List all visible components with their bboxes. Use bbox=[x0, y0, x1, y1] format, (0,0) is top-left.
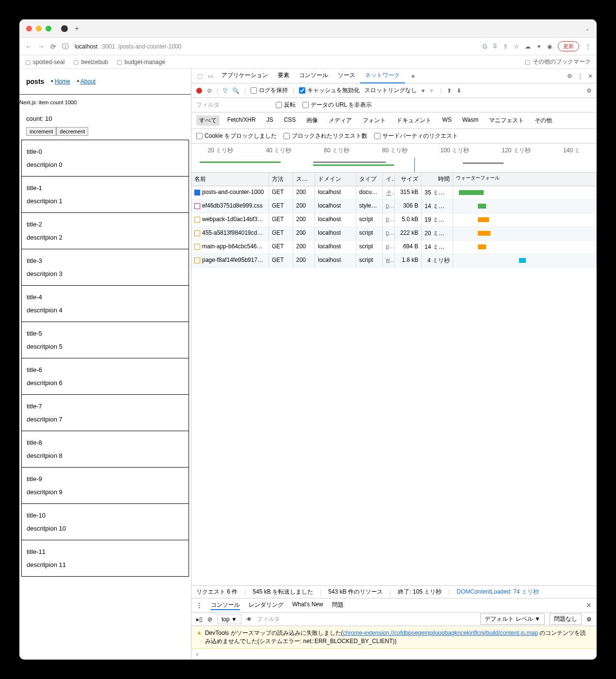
type-filter[interactable]: CSS bbox=[281, 115, 299, 126]
update-button[interactable]: 更新 bbox=[558, 41, 579, 51]
console-filter[interactable]: フィルタ bbox=[257, 615, 476, 623]
type-filter[interactable]: JS bbox=[264, 115, 276, 126]
table-row[interactable]: 455-a5813f984019cd05.js GET 200 localhos… bbox=[191, 227, 597, 241]
th-status[interactable]: ステ… bbox=[293, 173, 315, 186]
cloud-icon[interactable]: ☁ bbox=[525, 43, 531, 50]
cell-initiator[interactable]: そ… bbox=[383, 186, 395, 199]
type-filter[interactable]: 画像 bbox=[303, 115, 321, 126]
site-info-icon[interactable]: ⓘ bbox=[62, 42, 69, 51]
type-filter[interactable]: マニフェスト bbox=[486, 115, 527, 126]
timeline-overview[interactable]: 20 ミリ秒40 ミリ秒60 ミリ秒80 ミリ秒100 ミリ秒120 ミリ秒14… bbox=[191, 144, 597, 173]
devtools-tab[interactable]: 要素 bbox=[273, 69, 294, 83]
translate-icon[interactable]: ⠿ bbox=[493, 43, 497, 50]
table-row[interactable]: main-app-b64cbc54687… GET 200 localhost … bbox=[191, 241, 597, 254]
more-tabs[interactable]: » bbox=[407, 70, 420, 82]
forward-icon[interactable]: → bbox=[38, 43, 45, 50]
close-drawer-icon[interactable]: ✕ bbox=[586, 601, 592, 609]
invert-checkbox[interactable]: 反転 bbox=[276, 101, 296, 109]
address-input[interactable]: localhost:3001/posts-and-counter-1000 bbox=[75, 43, 477, 50]
type-filter[interactable]: Fetch/XHR bbox=[224, 115, 259, 126]
block-cookie-checkbox[interactable]: Cookie をブロックしました bbox=[196, 132, 277, 140]
back-icon[interactable]: ← bbox=[25, 43, 32, 50]
increment-button[interactable]: increment bbox=[26, 127, 56, 136]
devtools-tab[interactable]: ネットワーク bbox=[360, 69, 405, 83]
cell-initiator[interactable]: p… bbox=[383, 241, 395, 254]
menu-icon[interactable]: ⋮ bbox=[585, 43, 591, 50]
profile-icon[interactable]: ◉ bbox=[547, 43, 552, 50]
new-tab-button[interactable]: + bbox=[75, 24, 79, 33]
other-bookmarks[interactable]: ▢ その他のブックマーク bbox=[525, 58, 591, 66]
th-method[interactable]: 方法 bbox=[269, 173, 293, 186]
preserve-log-checkbox[interactable]: ログを保持 bbox=[251, 86, 288, 95]
clear-console-icon[interactable]: ⊘ bbox=[207, 616, 212, 623]
eye-icon[interactable]: 👁 bbox=[246, 616, 252, 623]
drawer-menu-icon[interactable]: ⋮ bbox=[196, 602, 202, 609]
thirdparty-checkbox[interactable]: サードパーティのリクエスト bbox=[374, 132, 458, 140]
table-row[interactable]: webpack-1d0ac14bf325… GET 200 localhost … bbox=[191, 213, 597, 227]
hide-dataurl-checkbox[interactable]: データの URL を非表示 bbox=[302, 101, 372, 109]
filter-icon[interactable]: ▽ bbox=[223, 87, 227, 94]
type-filter[interactable]: フォント bbox=[360, 115, 389, 126]
context-select[interactable]: top ▼ bbox=[217, 614, 241, 624]
decrement-button[interactable]: decrement bbox=[56, 127, 88, 136]
close-window[interactable] bbox=[26, 26, 32, 32]
cell-initiator[interactable]: p… bbox=[383, 213, 395, 226]
network-settings-icon[interactable]: ⚙ bbox=[586, 87, 592, 94]
issues-button[interactable]: 問題なし bbox=[550, 614, 582, 625]
type-filter[interactable]: その他 bbox=[532, 115, 555, 126]
console-prompt[interactable]: › bbox=[191, 649, 597, 660]
maximize-window[interactable] bbox=[46, 26, 51, 32]
search-icon[interactable]: 🔍 bbox=[232, 87, 239, 94]
th-domain[interactable]: ドメイン bbox=[315, 173, 356, 186]
type-filter[interactable]: Wasm bbox=[459, 115, 482, 126]
download-icon[interactable]: ⬇ bbox=[457, 87, 461, 94]
drawer-tab[interactable]: レンダリング bbox=[249, 601, 284, 610]
minimize-window[interactable] bbox=[36, 26, 42, 32]
type-filter[interactable]: WS bbox=[439, 115, 454, 126]
close-devtools-icon[interactable]: ✕ bbox=[588, 73, 593, 80]
drawer-tab[interactable]: コンソール bbox=[211, 601, 240, 610]
home-anchor[interactable]: Home bbox=[55, 78, 70, 85]
wifi-icon[interactable]: ᯤ bbox=[429, 87, 435, 94]
share-icon[interactable]: ⇪ bbox=[503, 43, 508, 50]
record-button[interactable] bbox=[196, 88, 202, 94]
cell-initiator[interactable]: p… bbox=[383, 227, 395, 240]
clear-icon[interactable]: ⊘ bbox=[207, 87, 212, 94]
upload-icon[interactable]: ⬆ bbox=[447, 87, 452, 94]
th-size[interactable]: サイズ bbox=[395, 173, 422, 186]
inspect-icon[interactable]: ⬚ bbox=[195, 73, 204, 80]
drawer-tab[interactable]: 問題 bbox=[332, 601, 344, 610]
th-time[interactable]: 時間 bbox=[422, 173, 453, 186]
google-icon[interactable]: G bbox=[483, 43, 487, 50]
cell-initiator[interactable]: w… bbox=[383, 254, 395, 267]
drawer-tab[interactable]: What's New bbox=[292, 601, 323, 610]
star-icon[interactable]: ☆ bbox=[514, 43, 519, 50]
extensions-icon[interactable]: ✦ bbox=[537, 43, 541, 50]
bookmark-item[interactable]: ▢budget-manage bbox=[117, 59, 165, 65]
disable-cache-checkbox[interactable]: キャッシュを無効化 bbox=[299, 86, 360, 95]
console-settings-icon[interactable]: ⚙ bbox=[586, 616, 592, 623]
type-filter[interactable]: メディア bbox=[326, 115, 355, 126]
tab-favicon[interactable] bbox=[61, 25, 68, 32]
reload-icon[interactable]: ⟳ bbox=[50, 43, 56, 50]
type-filter[interactable]: すべて bbox=[196, 115, 220, 126]
throttling-select[interactable]: スロットリングなし bbox=[364, 86, 417, 95]
bookmark-item[interactable]: ▢beelzebub bbox=[73, 59, 108, 65]
th-init[interactable]: イ… bbox=[383, 173, 395, 186]
filter-input[interactable]: フィルタ bbox=[196, 101, 269, 109]
bookmark-item[interactable]: ▢spotted-seal bbox=[25, 59, 64, 65]
table-row[interactable]: page-f8af14fe95b917cb.js GET 200 localho… bbox=[191, 254, 597, 268]
devtools-tab[interactable]: アプリケーション bbox=[217, 69, 273, 83]
table-row[interactable]: posts-and-counter-1000 GET 200 localhost… bbox=[191, 186, 597, 200]
chevron-down-icon[interactable]: ▾ bbox=[422, 87, 425, 94]
dock-icon[interactable]: ⋮ bbox=[577, 73, 583, 80]
cell-initiator[interactable]: p… bbox=[383, 200, 395, 213]
table-row[interactable]: ef46db3751d8e999.css GET 200 localhost s… bbox=[191, 200, 597, 213]
expand-icon[interactable]: ⌄ bbox=[585, 25, 590, 32]
settings-icon[interactable]: ⚙ bbox=[567, 73, 572, 80]
blocked-requests-checkbox[interactable]: ブロックされたリクエスト数 bbox=[284, 132, 367, 140]
log-level-select[interactable]: デフォルト レベル ▼ bbox=[480, 614, 545, 625]
th-waterfall[interactable]: ウォーターフォール bbox=[453, 173, 597, 186]
sourcemap-link[interactable]: chrome-extension://cofdbpoegempjloogbagk… bbox=[343, 630, 538, 636]
console-sidebar-icon[interactable]: ▸▯ bbox=[196, 616, 203, 623]
